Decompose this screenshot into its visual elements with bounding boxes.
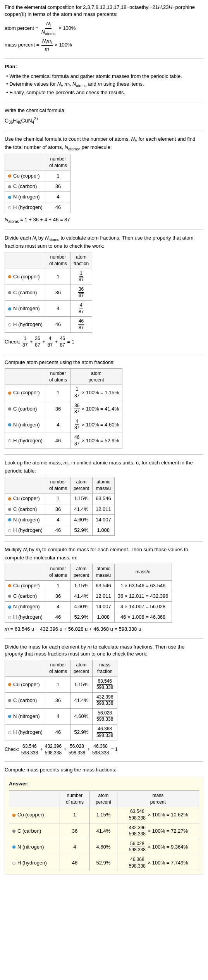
element-c: C (carbon) xyxy=(5,401,46,417)
mass-calc-section: Multiply Ni by mi to compute the mass fo… xyxy=(5,546,203,633)
mass-fraction-table: numberof atoms atompercent massfraction … xyxy=(5,660,117,740)
element-c: C (carbon) xyxy=(5,504,46,514)
h-mass-frac: 46.368598.338 xyxy=(92,725,117,740)
c-atom-pct: 3687 × 100% = 41.4% xyxy=(70,401,122,417)
cu-dot xyxy=(8,174,11,178)
header: Find the elemental composition for 2,3,7… xyxy=(5,4,203,53)
c-dot xyxy=(8,185,11,188)
atom-percent-formula: atom percent = NiNatoms × 100% xyxy=(5,20,203,36)
n-mass-frac: 56.028598.338 xyxy=(92,708,117,724)
mass-percent-instruction: Compute mass percents using the mass fra… xyxy=(5,766,203,773)
c-atoms: 36 xyxy=(60,823,90,839)
element-n: N (nitrogen) xyxy=(9,839,60,855)
element-cu: Cu (copper) xyxy=(9,807,60,823)
table-row: C (carbon) 36 xyxy=(5,181,70,192)
molecular-mass-total: m = 63.546 u + 432.396 u + 56.028 u + 46… xyxy=(5,626,203,633)
element-h: H (hydrogen) xyxy=(5,202,46,213)
element-cu: Cu (copper) xyxy=(5,493,46,504)
cu-mass-calc: 1 × 63.546 = 63.546 xyxy=(114,580,172,591)
col-atom-pct-header: atompercent xyxy=(70,564,92,581)
element-h: H (hydrogen) xyxy=(5,317,46,333)
col-element-header xyxy=(5,660,46,676)
cu-dot xyxy=(8,584,11,587)
col-natoms-header: numberof atoms xyxy=(46,477,70,493)
cu-atom-pct: 187 × 100% = 1.15% xyxy=(70,385,122,401)
mass-fraction-check: Check: 63.546598.338 + 432.396598.338 + … xyxy=(5,744,203,756)
col-atom-pct-header: atompercent xyxy=(70,660,92,676)
h-dot xyxy=(8,206,11,209)
n-atoms: 4 xyxy=(46,708,70,724)
table-row: Cu (copper) 1 1.15% 63.546 xyxy=(5,493,115,504)
table-row: Cu (copper) 1 1.15% 63.546 1 × 63.546 = … xyxy=(5,580,172,591)
element-h: H (hydrogen) xyxy=(5,612,46,623)
col-atomic-mass-header: atomicmass/u xyxy=(92,564,114,581)
col-element-header xyxy=(5,477,46,493)
c-dot xyxy=(8,407,11,411)
element-cu: Cu (copper) xyxy=(5,385,46,401)
table-row: N (nitrogen) 4 4.60% 14.007 xyxy=(5,514,115,525)
chemical-formula-display: C36H46CuN42+ xyxy=(5,116,203,125)
c-mass: 12.011 xyxy=(92,591,114,601)
h-mass-pct: 46.368598.338 × 100% = 7.749% xyxy=(117,855,199,871)
n-mass: 14.007 xyxy=(92,601,114,612)
col-element-header xyxy=(5,564,46,581)
c-atoms: 36 xyxy=(46,285,70,300)
c-atoms: 36 xyxy=(46,504,70,514)
table-row: Cu (copper) 1 187 xyxy=(5,269,92,285)
h-atom-pct: 4687 × 100% = 52.9% xyxy=(70,433,122,449)
c-atoms: 36 xyxy=(46,692,70,708)
cu-atom-pct: 1.15% xyxy=(70,676,92,692)
element-n: N (nitrogen) xyxy=(5,192,46,202)
page-title: Find the elemental composition for 2,3,7… xyxy=(5,4,203,18)
element-cu: Cu (copper) xyxy=(5,580,46,591)
n-dot xyxy=(12,845,15,849)
table-row: Cu (copper) 1 1.15% 63.546598.338 xyxy=(5,676,117,692)
cu-dot xyxy=(8,497,11,500)
n-dot xyxy=(8,715,11,718)
table-row: N (nitrogen) 4 487 × 100% = 4.60% xyxy=(5,417,122,433)
col-element-header xyxy=(9,790,60,807)
cu-dot xyxy=(8,683,11,686)
n-atoms: 4 xyxy=(46,514,70,525)
atom-fractions-table: numberof atoms atomfraction Cu (copper) … xyxy=(5,252,92,333)
cu-dot xyxy=(8,392,11,395)
element-c: C (carbon) xyxy=(5,181,46,192)
n-atom-pct: 4.60% xyxy=(70,601,92,612)
c-dot xyxy=(8,291,11,294)
h-dot xyxy=(12,862,15,865)
element-h: H (hydrogen) xyxy=(5,725,46,740)
table-row: Cu (copper) 1 xyxy=(5,171,70,181)
answer-label: Answer: xyxy=(9,780,199,787)
atomic-mass-table: numberof atoms atompercent atomicmass/u … xyxy=(5,477,115,536)
c-dot xyxy=(8,699,11,702)
atom-percent-section: Compute atom percents using the atom fra… xyxy=(5,359,203,449)
col-natoms-header: numberof atoms xyxy=(46,660,70,676)
count-atoms-table: numberof atoms Cu (copper) 1 C (carbon) … xyxy=(5,154,70,213)
atom-fractions-section: Divide each Ni by Natoms to calculate at… xyxy=(5,235,203,348)
mass-percent-section: Compute mass percents using the mass fra… xyxy=(5,766,203,875)
h-atom-pct: 52.9% xyxy=(70,525,92,536)
cu-mass-pct: 63.546598.338 × 100% = 10.62% xyxy=(117,807,199,823)
n-atoms: 4 xyxy=(46,417,70,433)
table-row: N (nitrogen) 4 4.60% 14.007 4 × 14.007 =… xyxy=(5,601,172,612)
cu-dot xyxy=(12,814,15,817)
element-h: H (hydrogen) xyxy=(5,525,46,536)
col-natoms-header: numberof atoms xyxy=(46,368,70,385)
c-atom-pct: 41.4% xyxy=(70,692,92,708)
table-row: Cu (copper) 1 187 × 100% = 1.15% xyxy=(5,385,122,401)
table-row: N (nitrogen) 4 4.60% 56.028598.338 xyxy=(5,708,117,724)
plan-list: • Write the chemical formula and gather … xyxy=(6,73,203,97)
element-c: C (carbon) xyxy=(5,692,46,708)
table-row: Cu (copper) 1 1.15% 63.546598.338 × 100%… xyxy=(9,807,199,823)
table-row: N (nitrogen) 4 4.60% 56.028598.338 × 100… xyxy=(9,839,199,855)
n-atoms: 4 xyxy=(46,601,70,612)
table-row: N (nitrogen) 4 487 xyxy=(5,301,92,317)
table-row: H (hydrogen) 46 52.9% 1.008 xyxy=(5,525,115,536)
c-atoms: 36 xyxy=(46,181,70,192)
cu-dot xyxy=(8,275,11,278)
h-mass: 1.008 xyxy=(92,612,114,623)
fraction-instruction: Divide each Ni by Natoms to calculate at… xyxy=(5,235,203,250)
table-row: H (hydrogen) 46 52.9% 46.368598.338 xyxy=(5,725,117,740)
natoms-total: Natoms = 1 + 36 + 4 + 46 = 87 xyxy=(5,216,203,224)
col-natoms-header: numberof atoms xyxy=(60,790,90,807)
